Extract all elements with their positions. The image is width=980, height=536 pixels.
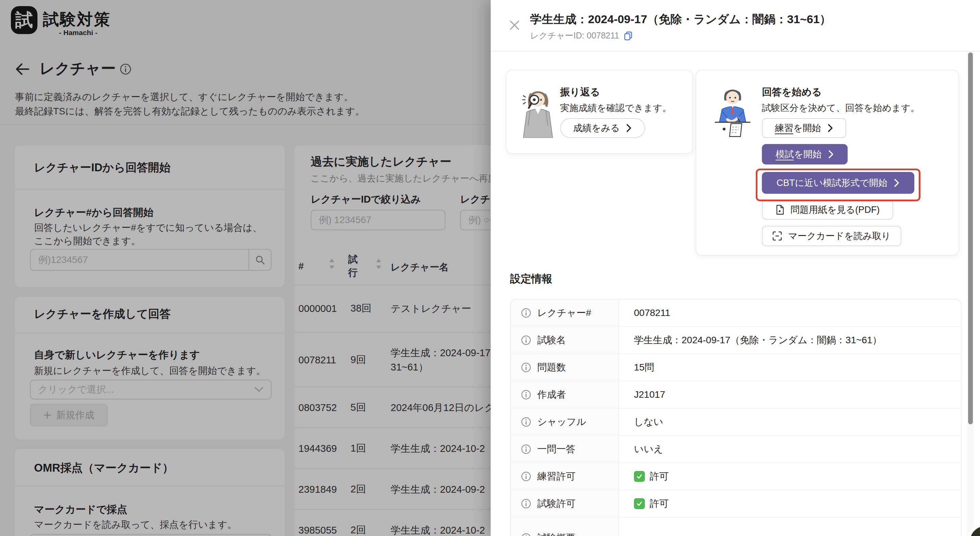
settings-value: しない bbox=[619, 408, 961, 435]
info-icon[interactable] bbox=[521, 499, 531, 509]
student-writing-illustration bbox=[713, 87, 753, 137]
info-icon[interactable] bbox=[521, 444, 531, 454]
lecture-detail-drawer: 学生生成：2024-09-17（免除・ランダム：闇鍋：31~61） レクチャーI… bbox=[491, 0, 980, 536]
settings-row: 試験概要 bbox=[511, 517, 961, 536]
mark-card-label: マークカードを読み取り bbox=[788, 230, 891, 242]
review-title: 振り返る bbox=[560, 86, 600, 99]
answer-title: 回答を始める bbox=[762, 86, 822, 99]
start-practice-button[interactable]: 練習を開始 bbox=[762, 118, 846, 138]
settings-label: 練習許可 bbox=[537, 470, 576, 483]
settings-row: 試験名 学生生成：2024-09-17（免除・ランダム：闇鍋：31~61） bbox=[511, 326, 961, 354]
detective-illustration bbox=[520, 88, 556, 138]
divider bbox=[491, 51, 980, 52]
settings-label: 試験名 bbox=[537, 334, 566, 347]
settings-row: 作成者 J21017 bbox=[511, 381, 961, 408]
answer-description: 試験区分を決めて、回答を始めます。 bbox=[762, 102, 920, 114]
chevron-right-icon bbox=[828, 150, 834, 159]
app-root: 試 試験対策 - Hamachi - レクチャー 事前に定義済みのレクチャーを選… bbox=[0, 0, 980, 536]
practice-suffix: を開始 bbox=[793, 123, 821, 133]
info-icon[interactable] bbox=[521, 389, 531, 400]
info-icon[interactable] bbox=[521, 533, 531, 536]
settings-label: レクチャー# bbox=[537, 306, 591, 319]
settings-row: 問題数 15問 bbox=[511, 354, 961, 381]
settings-row: 一問一答 いいえ bbox=[511, 435, 961, 463]
scrollbar-track[interactable] bbox=[967, 52, 974, 536]
settings-value: 許可 bbox=[649, 497, 669, 510]
info-icon[interactable] bbox=[521, 308, 531, 318]
pdf-label: 問題用紙を見る(PDF) bbox=[791, 204, 880, 216]
info-icon[interactable] bbox=[521, 362, 531, 373]
settings-label: 試験概要 bbox=[537, 531, 576, 536]
review-description: 実施成績を確認できます。 bbox=[560, 102, 671, 114]
mock-term: 模試 bbox=[775, 149, 794, 160]
settings-value: 0078211 bbox=[619, 300, 961, 326]
info-icon[interactable] bbox=[521, 335, 531, 345]
lecture-id-text: レクチャーID: 0078211 bbox=[530, 30, 619, 41]
settings-heading: 設定情報 bbox=[510, 272, 552, 286]
settings-table: レクチャー# 0078211 試験名 学生生成：2024-09-17（免除・ラン… bbox=[510, 299, 962, 536]
settings-label: 一問一答 bbox=[537, 443, 576, 456]
practice-term: 練習 bbox=[775, 123, 793, 134]
check-icon bbox=[634, 498, 645, 509]
check-icon bbox=[634, 471, 645, 482]
settings-value: 学生生成：2024-09-17（免除・ランダム：闇鍋：31~61） bbox=[619, 327, 961, 354]
copy-icon[interactable] bbox=[624, 31, 633, 40]
settings-label: 試験許可 bbox=[537, 497, 576, 510]
chevron-right-icon bbox=[626, 124, 632, 132]
settings-row: シャッフル しない bbox=[511, 408, 961, 435]
view-results-label: 成績をみる bbox=[573, 122, 620, 134]
settings-value: 許可 bbox=[649, 470, 669, 483]
settings-label: 作成者 bbox=[537, 388, 566, 401]
settings-row: 練習許可 許可 bbox=[511, 463, 961, 490]
settings-row: レクチャー# 0078211 bbox=[511, 300, 961, 326]
close-icon[interactable] bbox=[507, 18, 522, 33]
settings-label: シャッフル bbox=[537, 415, 586, 428]
settings-label: 問題数 bbox=[537, 361, 566, 374]
settings-value: 15問 bbox=[619, 354, 961, 381]
info-icon[interactable] bbox=[521, 471, 531, 482]
settings-value: いいえ bbox=[619, 436, 961, 463]
annotation-highlight-box bbox=[756, 169, 920, 201]
pdf-document-icon bbox=[775, 205, 784, 215]
settings-row: 試験許可 許可 bbox=[511, 490, 961, 517]
drawer-lecture-id: レクチャーID: 0078211 bbox=[530, 30, 633, 41]
settings-value bbox=[619, 518, 961, 536]
answer-card: 回答を始める 試験区分を決めて、回答を始めます。 練習を開始 模試を開始 CBT… bbox=[695, 70, 959, 256]
view-results-button[interactable]: 成績をみる bbox=[560, 118, 645, 138]
view-question-pdf-button[interactable]: 問題用紙を見る(PDF) bbox=[762, 200, 893, 220]
drawer-title: 学生生成：2024-09-17（免除・ランダム：闇鍋：31~61） bbox=[530, 11, 831, 27]
read-mark-card-button[interactable]: マークカードを読み取り bbox=[762, 226, 901, 246]
start-mock-exam-button[interactable]: 模試を開始 bbox=[762, 144, 848, 164]
settings-value: J21017 bbox=[619, 381, 961, 408]
mock-suffix: を開始 bbox=[794, 149, 822, 160]
info-icon[interactable] bbox=[521, 417, 531, 427]
review-card: 振り返る 実施成績を確認できます。 成績をみる bbox=[506, 70, 693, 154]
scrollbar-thumb[interactable] bbox=[968, 53, 973, 424]
scan-icon bbox=[772, 231, 782, 241]
chevron-right-icon bbox=[827, 124, 833, 132]
